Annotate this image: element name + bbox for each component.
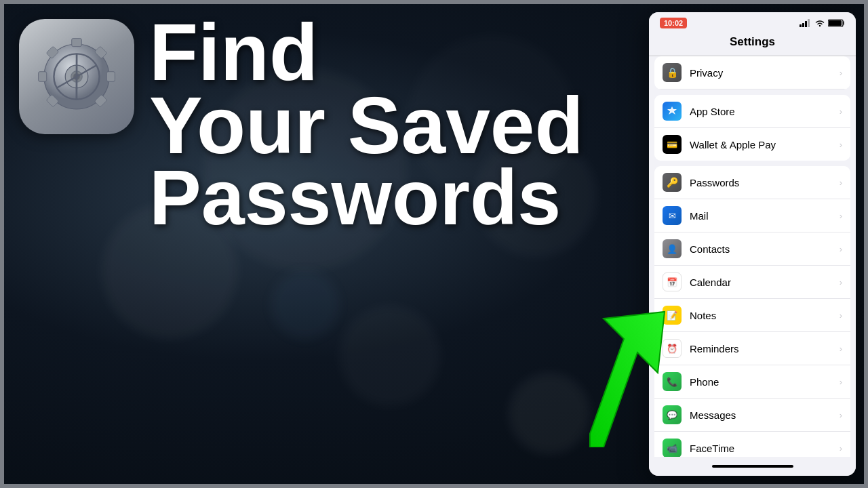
wallet-label: Wallet & Apple Pay [690,139,840,150]
mail-label: Mail [690,210,840,222]
privacy-icon: 🔒 [663,63,682,82]
appstore-svg [666,105,678,117]
passwords-icon: 🔑 [663,173,682,192]
status-bar: 10:02 [649,12,856,31]
notes-chevron: › [840,310,842,321]
reminders-chevron: › [840,344,842,354]
notes-label: Notes [690,310,840,321]
messages-chevron: › [840,410,842,420]
headline-text: Find Your Saved Passwords [149,12,583,237]
contacts-row[interactable]: 👤 Contacts › [654,232,850,266]
settings-icon-container [19,19,134,134]
svg-rect-21 [802,23,804,27]
appstore-icon [663,102,682,121]
headline-line3: Passwords [149,159,583,237]
status-icons [800,19,845,27]
mail-icon: ✉ [663,206,682,225]
bottom-bar [649,457,856,476]
facetime-chevron: › [840,443,842,453]
svg-rect-6 [106,72,115,81]
reminders-row[interactable]: ⏰ Reminders › [654,332,850,365]
section-passwords: 🔑 Passwords › ✉ Mail › 👤 Contacts › [654,166,850,457]
wallet-icon: 💳 [663,135,682,154]
passwords-label: Passwords [690,177,840,188]
wallet-row[interactable]: 💳 Wallet & Apple Pay › [654,128,850,161]
phone-label: Phone [690,376,840,388]
facetime-row[interactable]: 📹 FaceTime › [654,432,850,457]
svg-rect-22 [805,21,807,27]
notes-row[interactable]: 📝 Notes › [654,299,850,332]
appstore-chevron: › [840,106,842,117]
gear-icon [36,36,117,117]
messages-row[interactable]: 💬 Messages › [654,399,850,432]
home-indicator [712,465,793,468]
iphone-panel: 10:02 Settings [649,12,856,476]
settings-header-title: Settings [649,31,856,56]
battery-icon [828,19,845,27]
privacy-row[interactable]: 🔒 Privacy › [654,56,850,89]
calendar-chevron: › [840,277,842,287]
contacts-label: Contacts [690,243,840,255]
signal-icon [800,19,812,27]
calendar-label: Calendar [690,277,840,288]
settings-list[interactable]: 🔒 Privacy › App Store › 💳 [649,56,856,457]
wallet-chevron: › [840,140,842,150]
wifi-icon [814,19,825,27]
svg-rect-23 [808,19,810,27]
messages-label: Messages [690,409,840,421]
svg-marker-19 [590,312,665,447]
privacy-label: Privacy [690,67,840,79]
phone-chevron: › [840,377,842,387]
facetime-label: FaceTime [690,443,840,454]
phone-row[interactable]: 📞 Phone › [654,365,850,399]
appstore-label: App Store [690,106,840,117]
svg-rect-25 [829,20,842,26]
appstore-row[interactable]: App Store › [654,95,850,128]
passwords-row[interactable]: 🔑 Passwords › [654,166,850,199]
section-appstore: App Store › 💳 Wallet & Apple Pay › [654,95,850,161]
partial-section: 🔒 Privacy › [654,56,850,89]
settings-app-icon [19,19,134,134]
contacts-chevron: › [840,244,842,254]
status-time: 10:02 [660,18,687,28]
mail-chevron: › [840,211,842,221]
calendar-icon: 📅 [663,272,682,291]
svg-rect-20 [800,24,802,27]
mail-row[interactable]: ✉ Mail › [654,199,850,232]
passwords-chevron: › [840,178,842,188]
calendar-row[interactable]: 📅 Calendar › [654,266,850,299]
svg-rect-9 [39,72,47,81]
green-arrow [576,298,671,447]
privacy-chevron: › [840,68,842,78]
svg-rect-2 [72,39,81,47]
reminders-label: Reminders [690,343,840,354]
contacts-icon: 👤 [663,239,682,258]
